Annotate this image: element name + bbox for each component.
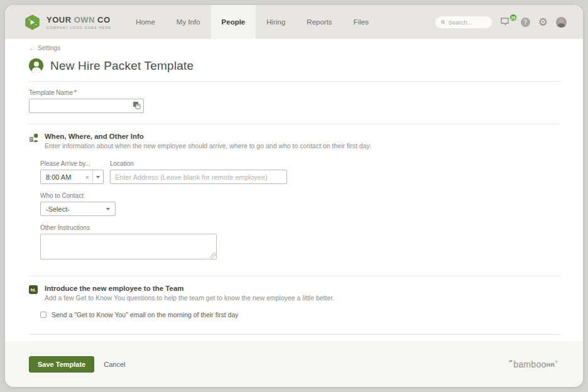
nav-reports[interactable]: Reports xyxy=(296,5,342,39)
location-input[interactable] xyxy=(110,170,287,184)
introduce-section-subtitle: Add a few Get to Know You questions to h… xyxy=(45,294,334,302)
nav-home[interactable]: Home xyxy=(125,5,166,39)
location-people-icon xyxy=(29,133,40,150)
nav-hiring[interactable]: Hiring xyxy=(256,5,296,39)
user-avatar[interactable] xyxy=(556,17,567,28)
divider xyxy=(29,276,560,276)
template-name-input[interactable] xyxy=(29,99,144,113)
introduce-section-title: Introduce the new employee to the Team xyxy=(45,285,334,292)
company-logo-icon xyxy=(24,14,41,31)
search-icon xyxy=(441,19,445,25)
top-navigation-bar: YOUR OWN CO COMPANY LOGO GOES HERE Home … xyxy=(5,5,583,39)
page-title: New Hire Packet Template xyxy=(50,59,193,73)
divider xyxy=(29,124,560,124)
who-to-contact-select[interactable]: -Select- xyxy=(40,202,116,216)
get-to-know-you-checkbox-row[interactable]: Send a "Get to Know You" email on the mo… xyxy=(40,311,239,318)
chevron-down-icon[interactable] xyxy=(92,170,103,183)
arrive-by-label: Please Arrive by... xyxy=(40,160,104,167)
help-icon[interactable]: ? xyxy=(521,18,530,27)
other-instructions-label: Other Instructions xyxy=(40,224,560,231)
page-content: ← Settings New Hire Packet Template Temp… xyxy=(5,39,583,352)
checkbox-label: Send a "Get to Know You" email on the mo… xyxy=(52,311,239,318)
translate-icon[interactable] xyxy=(133,101,141,109)
search-box[interactable] xyxy=(435,16,492,28)
person-circle-icon xyxy=(29,58,43,73)
footer-bar: Save Template Cancel ❧ bamboo HR ® xyxy=(5,341,583,387)
back-arrow-icon: ← xyxy=(29,45,35,52)
leaf-icon: ❧ xyxy=(507,357,514,365)
other-instructions-textarea[interactable] xyxy=(40,234,217,259)
company-logo[interactable]: YOUR OWN CO COMPANY LOGO GOES HERE xyxy=(5,5,111,39)
nav-files[interactable]: Files xyxy=(343,5,379,39)
divider xyxy=(29,81,560,82)
required-asterisk: * xyxy=(74,89,77,96)
hi-badge-icon: hi. xyxy=(29,285,38,294)
divider xyxy=(29,334,560,335)
location-label: Location xyxy=(110,160,287,167)
chevron-down-icon xyxy=(106,208,110,210)
checkbox[interactable] xyxy=(40,312,46,318)
nav-people[interactable]: People xyxy=(211,5,256,39)
when-where-section-title: When, Where, and Other Info xyxy=(45,133,371,140)
gear-icon[interactable]: ⚙ xyxy=(538,17,548,28)
cancel-button[interactable]: Cancel xyxy=(104,361,125,368)
main-nav: Home My Info People Hiring Reports Files xyxy=(125,5,379,39)
when-where-section-subtitle: Enter information about when the new emp… xyxy=(45,142,371,150)
inbox-badge: 29 xyxy=(509,14,517,21)
app-window: YOUR OWN CO COMPANY LOGO GOES HERE Home … xyxy=(5,5,583,387)
nav-my-info[interactable]: My Info xyxy=(166,5,211,39)
inbox-icon[interactable]: 29 xyxy=(500,17,513,27)
arrive-by-select[interactable]: 8:00 AM × xyxy=(40,170,104,184)
who-to-contact-label: Who to Contact xyxy=(40,192,560,199)
bamboohr-logo: ❧ bamboo HR ® xyxy=(508,359,558,369)
company-tagline: COMPANY LOGO GOES HERE xyxy=(46,26,111,30)
template-name-label: Template Name* xyxy=(29,89,560,96)
company-name: YOUR OWN CO xyxy=(46,15,111,24)
breadcrumb-settings[interactable]: ← Settings xyxy=(29,39,60,52)
search-input[interactable] xyxy=(449,19,486,26)
save-template-button[interactable]: Save Template xyxy=(29,356,94,373)
clear-icon[interactable]: × xyxy=(82,173,92,181)
